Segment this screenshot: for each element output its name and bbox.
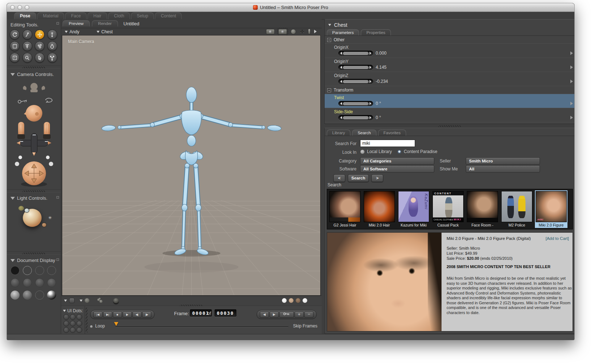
search-result-g2-jessi-hair[interactable]: G2 Jessi Hair — [329, 190, 361, 228]
camera-controls-graphic[interactable] — [12, 79, 56, 187]
ui-dot-7[interactable] — [63, 327, 69, 333]
display-style-smooth-lined[interactable] — [23, 291, 32, 300]
tab-setup[interactable]: Setup — [131, 12, 154, 19]
grouping-tool-icon[interactable] — [10, 53, 20, 63]
disclosure-triangle-icon[interactable] — [64, 300, 67, 302]
tab-face[interactable]: Face — [65, 12, 86, 19]
tab-search[interactable]: Search — [352, 130, 376, 136]
parameter-dial[interactable] — [338, 51, 373, 56]
title-bar[interactable]: Untitled – Smith Micro Poser Pro — [7, 3, 574, 12]
tab-properties[interactable]: Properties — [361, 29, 390, 35]
element-selector[interactable]: Chest — [97, 29, 113, 34]
step-forward-button[interactable]: |▶ — [142, 312, 151, 318]
display-style-lit-wireframe[interactable] — [10, 278, 20, 287]
display-style-cartoon[interactable] — [47, 278, 56, 287]
panel-resize-handle[interactable] — [56, 196, 59, 199]
display-style-wireframe[interactable] — [35, 266, 44, 275]
category-dropdown[interactable]: All Categories — [360, 157, 434, 165]
ui-dot-1[interactable] — [63, 314, 69, 320]
tracking-dot-full[interactable] — [282, 298, 287, 303]
tab-library[interactable]: Library — [327, 130, 350, 136]
loop-label[interactable]: Loop — [95, 323, 105, 329]
next-page-button[interactable]: > — [371, 174, 383, 182]
tracking-dot-box[interactable] — [296, 298, 300, 303]
delete-keyframe-button[interactable]: − — [304, 312, 313, 318]
timeline-position-marker[interactable] — [114, 322, 118, 326]
light-controls-area[interactable]: ✳ — [7, 202, 61, 249]
scene-canvas[interactable] — [62, 35, 321, 296]
tab-preview[interactable]: Preview — [63, 20, 90, 26]
sun-icon[interactable]: ✳ — [48, 215, 52, 220]
loop-indicator[interactable] — [90, 325, 93, 328]
display-style-outline[interactable] — [23, 266, 32, 275]
tracking-dot-current[interactable] — [303, 298, 307, 303]
parameter-dial[interactable] — [338, 79, 373, 84]
skip-frames-label[interactable]: Skip Frames — [293, 323, 317, 329]
camera-plane-icon[interactable]: ✛ — [300, 29, 304, 34]
display-style-silhouette[interactable] — [10, 266, 20, 275]
ui-dot-8[interactable] — [70, 327, 76, 333]
taper-tool-icon[interactable] — [22, 41, 32, 51]
search-input[interactable] — [360, 140, 415, 147]
ui-dot-5[interactable] — [70, 321, 76, 326]
parameter-menu-arrow-icon[interactable] — [570, 102, 573, 105]
parameter-menu-arrow-icon[interactable] — [570, 65, 573, 69]
camera-flyaround-icon[interactable] — [278, 29, 287, 34]
search-result-miki-2-hair[interactable]: Miki 2.0 Hair — [363, 190, 396, 228]
edit-keyframes-button[interactable] — [279, 312, 294, 318]
play-button[interactable]: ▶ — [123, 312, 132, 318]
seller-dropdown[interactable]: Smith Micro — [466, 157, 540, 165]
collapse-group-icon[interactable] — [327, 88, 331, 92]
display-style-flat-lined[interactable] — [35, 278, 44, 287]
zoom-button[interactable] — [25, 5, 29, 10]
chain-break-tool-icon[interactable] — [47, 53, 57, 63]
parameter-menu-arrow-icon[interactable] — [570, 80, 573, 83]
tracking-ball-icon[interactable] — [85, 298, 89, 303]
panel-resize-handle[interactable] — [56, 22, 59, 25]
ui-dot-2[interactable] — [70, 314, 76, 320]
search-result-miki-2-figure[interactable]: Miki 2.0 Figure — [535, 190, 567, 228]
actor-selector[interactable]: Andy — [65, 29, 79, 34]
search-result-m2-police[interactable]: M2 Police — [501, 190, 533, 228]
software-dropdown[interactable]: All Software — [360, 165, 434, 173]
close-button[interactable] — [10, 5, 15, 10]
tab-material[interactable]: Material — [37, 12, 64, 19]
first-frame-button[interactable]: |◀ — [93, 312, 102, 318]
parameter-dial[interactable] — [338, 115, 373, 120]
trackball-icon[interactable] — [291, 29, 296, 34]
next-keyframe-button[interactable]: ▶ — [270, 312, 279, 318]
tab-pose[interactable]: Pose — [14, 12, 36, 19]
display-style-texture-shaded[interactable] — [35, 291, 44, 300]
camera-view-icon[interactable] — [266, 29, 275, 34]
shaded-ball-icon[interactable] — [113, 298, 119, 303]
minimize-button[interactable] — [17, 5, 22, 10]
show-me-dropdown[interactable]: All — [466, 165, 540, 173]
depth-cue-toggle[interactable] — [69, 298, 75, 303]
search-results-strip[interactable]: G2 Jessi Hair Miki 2.0 Hair KaZumi Kazum… — [327, 189, 573, 229]
tab-cloth[interactable]: Cloth — [108, 12, 130, 19]
previous-page-button[interactable]: < — [333, 174, 345, 182]
tab-parameters[interactable]: Parameters — [327, 29, 359, 35]
display-style-hidden-line[interactable] — [47, 266, 56, 275]
camera-controls-title[interactable]: Camera Controls. — [7, 69, 61, 79]
parameter-dial[interactable] — [338, 65, 373, 70]
tab-render[interactable]: Render — [92, 20, 118, 26]
translate-pull-tool-icon[interactable] — [35, 30, 45, 39]
radio-local-library-label[interactable]: Local Library — [367, 149, 392, 154]
radio-local-library[interactable] — [360, 149, 365, 154]
add-keyframe-button[interactable]: + — [295, 312, 304, 318]
panel-resize-handle[interactable] — [56, 258, 59, 261]
multi-ball-icon[interactable] — [97, 298, 105, 304]
display-style-sketch[interactable] — [47, 291, 56, 300]
direct-manipulation-tool-icon[interactable] — [35, 53, 45, 63]
display-style-flat-shaded[interactable] — [23, 278, 32, 287]
ui-dot-9[interactable] — [76, 327, 82, 333]
ui-dot-3[interactable] — [76, 314, 82, 320]
stop-button[interactable]: ■ — [113, 312, 122, 318]
camera-dolly-icon[interactable] — [308, 29, 311, 34]
search-result-kazumi-for-miki[interactable]: KaZumi Kazumi for Miki — [397, 190, 430, 228]
timeline-scrubber[interactable] — [115, 326, 288, 327]
light-indicator-1[interactable] — [18, 206, 24, 211]
selected-element-title[interactable]: Chest — [334, 22, 347, 28]
add-to-cart-link[interactable]: [Add to Cart] — [545, 236, 569, 241]
